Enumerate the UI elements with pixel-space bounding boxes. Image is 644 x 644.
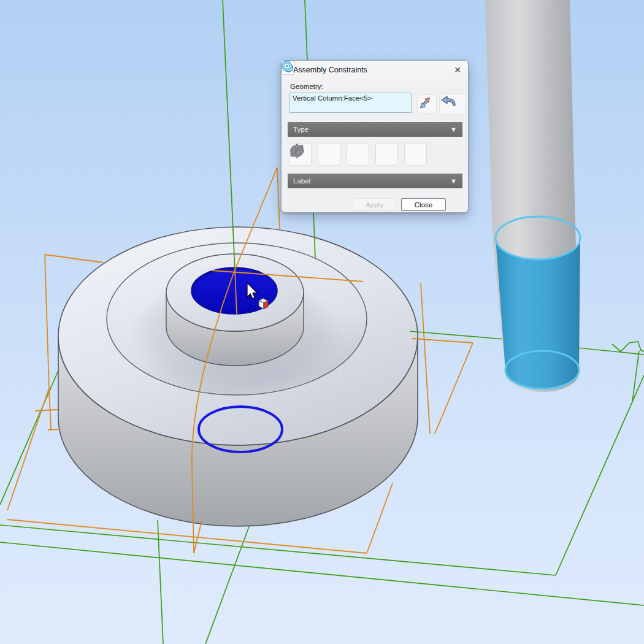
constraint-type-flush-button[interactable]: [318, 143, 340, 166]
constraint-type-row: [289, 143, 427, 166]
geometry-label: Geometry:: [290, 83, 323, 90]
close-button[interactable]: Close: [401, 198, 446, 211]
constraint-type-insert-button[interactable]: [375, 143, 398, 166]
label-section-header[interactable]: Label ▼: [288, 174, 462, 188]
close-icon[interactable]: ✕: [454, 66, 461, 74]
assembly-constraints-icon: [282, 61, 292, 71]
chevron-down-icon[interactable]: ▼: [450, 122, 457, 137]
dialog-title: Assembly Constraints: [293, 66, 367, 74]
chevron-down-icon[interactable]: ▼: [450, 174, 457, 188]
viewport[interactable]: Assembly Constraints ✕ Geometry: Vertica…: [0, 0, 644, 644]
assembly-constraints-dialog[interactable]: Assembly Constraints ✕ Geometry: Vertica…: [281, 60, 469, 213]
constraint-type-concentric-button[interactable]: [347, 143, 369, 166]
dialog-title-bar[interactable]: Assembly Constraints ✕: [282, 61, 468, 79]
undo-selection-button[interactable]: [439, 93, 466, 115]
constraint-type-angle-button[interactable]: [404, 143, 427, 166]
undo-selection-icon: [440, 94, 458, 107]
swap-select-arrows-icon: [418, 95, 432, 110]
geometry-selection-field[interactable]: Vertical Column:Face<5>: [289, 93, 412, 113]
swap-select-button[interactable]: [417, 94, 437, 114]
apply-button[interactable]: Apply: [353, 198, 396, 211]
type-section-label: Type: [293, 122, 309, 137]
base-part[interactable]: [58, 227, 418, 526]
label-section-label: Label: [293, 174, 310, 188]
vertical-column-part[interactable]: [485, 0, 580, 392]
distant-wireframe-green[interactable]: [577, 342, 644, 402]
type-section-header[interactable]: Type ▼: [288, 122, 462, 137]
angle-icon: [289, 143, 305, 159]
column-highlight-face[interactable]: [496, 238, 580, 389]
